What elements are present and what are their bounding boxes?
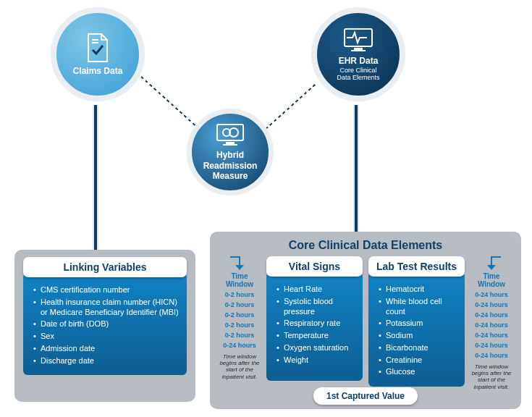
list-item: Hematocrit <box>379 285 457 295</box>
time-window: 0-2 hours <box>219 301 261 308</box>
list-item: Oxygen saturation <box>276 343 355 353</box>
time-window: 0-24 hours <box>219 342 261 349</box>
list-item: Admission date <box>33 344 180 354</box>
linking-variables-panel: Linking Variables CMS certification numb… <box>14 250 195 402</box>
ehr-subtitle: Core Clinical Data Elements <box>337 67 379 82</box>
list-item: Heart Rate <box>276 285 355 295</box>
time-window: 0-24 hours <box>470 291 512 298</box>
svg-rect-3 <box>354 48 363 50</box>
time-window: 0-2 hours <box>219 332 261 339</box>
svg-rect-9 <box>223 144 237 146</box>
list-item: Creatinine <box>379 355 457 366</box>
captured-value-badge: 1st Captured Value <box>313 387 418 405</box>
time-note: Time window begins after the start of th… <box>470 363 512 390</box>
linking-variables-box: CMS certification number Health insuranc… <box>23 273 187 375</box>
time-window: 0-2 hours <box>219 291 261 298</box>
lab-results-tab: Lab Test Results <box>368 256 465 277</box>
list-item: White blood cell count <box>379 297 457 317</box>
list-item: Date of birth (DOB) <box>33 319 180 329</box>
list-item: Systolic blood pressure <box>276 297 355 317</box>
time-window: 0-2 hours <box>219 321 261 329</box>
arrow-down-icon <box>227 256 252 271</box>
connector-right <box>353 105 359 235</box>
vital-signs-box: Heart Rate Systolic blood pressure Respi… <box>266 272 363 381</box>
time-window: 0-2 hours <box>219 311 261 319</box>
time-window-label: Time Window <box>470 272 512 288</box>
list-item: Potassium <box>379 319 457 329</box>
connector-left <box>93 105 98 257</box>
list-item: Sex <box>33 332 180 342</box>
monitor-pulse-icon <box>342 27 374 53</box>
svg-rect-4 <box>351 50 366 51</box>
list-item: Temperature <box>276 331 355 341</box>
time-window: 0-24 hours <box>470 301 512 308</box>
lab-time-column: Time Window 0-24 hours 0-24 hours 0-24 h… <box>470 256 512 390</box>
hybrid-measure-node: Hybrid Readmission Measure <box>187 109 274 195</box>
ehr-title: EHR Data <box>339 56 379 66</box>
time-window: 0-24 hours <box>470 311 512 319</box>
list-item: Weight <box>276 355 355 366</box>
lab-results-box: Hematocrit White blood cell count Potass… <box>368 272 465 387</box>
hybrid-title: Hybrid Readmission Measure <box>203 150 258 181</box>
ehr-data-node: EHR Data Core Clinical Data Elements <box>311 7 405 101</box>
connector-diag-left <box>140 76 200 130</box>
time-window: 0-24 hours <box>470 342 512 349</box>
claims-title: Claims Data <box>73 66 123 76</box>
time-window: 0-24 hours <box>470 332 512 339</box>
svg-rect-8 <box>226 142 235 144</box>
lab-results-column: Lab Test Results Hematocrit White blood … <box>368 256 465 387</box>
list-item: Discharge date <box>33 356 180 366</box>
document-check-icon <box>85 33 110 63</box>
list-item: Sodium <box>379 331 457 341</box>
time-window: 0-24 hours <box>470 352 512 359</box>
list-item: CMS certification number <box>33 285 180 295</box>
list-item: Health insurance claim number (HICN) or … <box>33 298 180 318</box>
monitor-gears-icon <box>215 122 245 147</box>
linking-variables-tab: Linking Variables <box>23 257 187 277</box>
core-clinical-panel: Core Clinical Data Elements Time Window … <box>210 232 521 409</box>
vital-signs-column: Vital Signs Heart Rate Systolic blood pr… <box>266 256 363 381</box>
list-item: Bicarbonate <box>379 343 457 353</box>
time-note: Time window begins after the start of th… <box>219 353 261 380</box>
time-window-label: Time Window <box>219 272 261 288</box>
list-item: Glucose <box>379 367 457 377</box>
time-window: 0-24 hours <box>470 321 512 329</box>
linking-variables-list: CMS certification number Health insuranc… <box>30 285 180 366</box>
vital-signs-tab: Vital Signs <box>266 256 363 277</box>
vital-time-column: Time Window 0-2 hours 0-2 hours 0-2 hour… <box>219 256 261 380</box>
arrow-down-icon <box>479 256 504 271</box>
claims-data-node: Claims Data <box>51 7 145 101</box>
list-item: Respiratory rate <box>276 319 355 329</box>
core-clinical-title: Core Clinical Data Elements <box>219 239 512 252</box>
